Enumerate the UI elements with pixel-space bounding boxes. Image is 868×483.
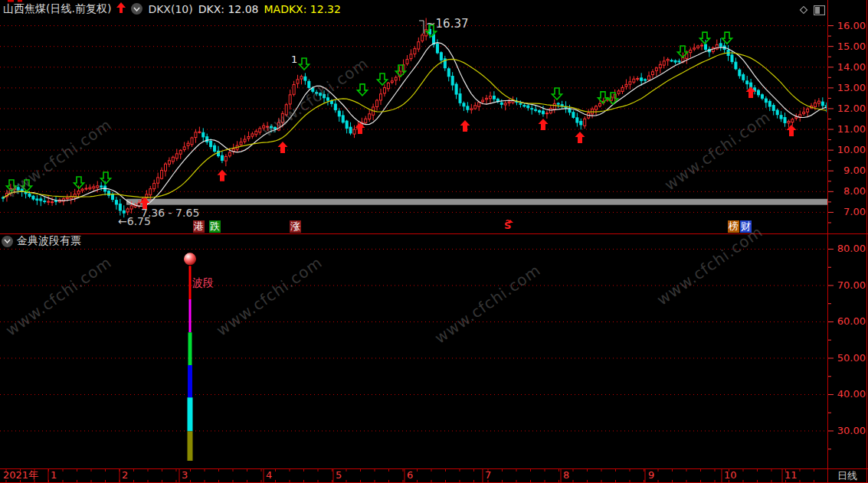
market-badge[interactable]: 涨 [290,220,301,233]
x-axis-label: 6 [407,469,413,481]
sub-y-axis-label: 30.00 [834,426,866,436]
overlay-layer: 山西焦煤(日线.前复权) DKX(10) DKX: 12.08 MADKX: 1… [0,0,868,483]
x-axis-label: 2021年 [3,469,38,481]
period-selector[interactable]: 日线 [828,469,866,482]
chevron-down-icon[interactable] [2,236,13,247]
main-y-axis-label: 12.00 [834,103,866,114]
app-window: 山西焦煤(日线.前复权) DKX(10) DKX: 12.08 MADKX: 1… [0,0,868,483]
count-label: 1 [291,54,297,65]
diamond-icon[interactable] [798,4,809,18]
stock-title: 山西焦煤(日线.前复权) [3,2,111,16]
main-y-axis-label: 16.00 [834,21,866,31]
watermark: www.cfchi.com [259,54,372,140]
main-y-axis-label: 9.00 [834,165,866,176]
x-axis-label: 5 [336,469,342,481]
watermark: www.cfchi.com [653,222,766,308]
dkx-value: DKX: 12.08 [198,3,259,15]
main-y-axis-label: 11.00 [834,124,866,135]
band-label: 波段 [192,276,214,290]
sub-y-axis-label: 40.00 [834,389,866,400]
up-arrow-icon [116,2,126,15]
sub-y-axis-label: 70.00 [834,280,866,291]
low-price-annotation: ←6.75 [118,215,151,227]
main-y-axis-label: 14.00 [834,62,866,73]
x-axis-label: 7 [485,469,491,481]
watermark: www.cfchi.com [431,260,544,347]
main-y-axis-label: 13.00 [834,83,866,93]
sub-panel-title: 金典波段有票 [17,234,81,248]
indicator-name: DKX(10) [148,3,192,15]
sub-panel-header: 金典波段有票 [2,234,81,248]
chevron-down-icon[interactable] [131,3,142,15]
ex-rights-marker: Ŝ [504,220,511,231]
main-y-axis-label: 15.00 [834,41,866,52]
market-badge[interactable]: 榜 [728,220,739,233]
main-y-axis-label: 8.00 [834,186,866,197]
sub-y-axis-label: 50.00 [834,353,866,364]
main-y-axis-label: 7.00 [834,207,866,217]
watermark: www.cfchi.com [213,253,326,339]
x-axis-label: 4 [266,469,272,481]
x-axis-label: 10 [724,469,737,481]
watermark: www.cfchi.com [661,107,774,194]
madkx-value: MADKX: 12.32 [264,3,340,15]
watermark: www.cfchi.com [2,115,115,201]
watermark: www.cfchi.com [2,253,115,339]
x-axis-label: 1 [51,469,57,481]
x-axis-label: 9 [648,469,654,481]
chart-header: 山西焦煤(日线.前复权) DKX(10) DKX: 12.08 MADKX: 1… [3,2,341,16]
main-y-axis-label: 10.00 [834,145,866,155]
x-axis-label: 2 [122,469,128,481]
high-price-annotation: ~16.37 [426,17,469,31]
x-axis-label: 3 [182,469,188,481]
panel-layout-icon[interactable] [814,4,825,18]
market-badge[interactable]: 港 [193,220,205,233]
sub-y-axis-label: 80.00 [834,243,866,254]
x-axis-label: 11 [784,469,798,481]
x-axis-label: 8 [563,469,569,481]
market-badge[interactable]: 跌 [209,220,221,233]
header-tools [798,4,825,18]
sub-y-axis-label: 60.00 [834,316,866,327]
